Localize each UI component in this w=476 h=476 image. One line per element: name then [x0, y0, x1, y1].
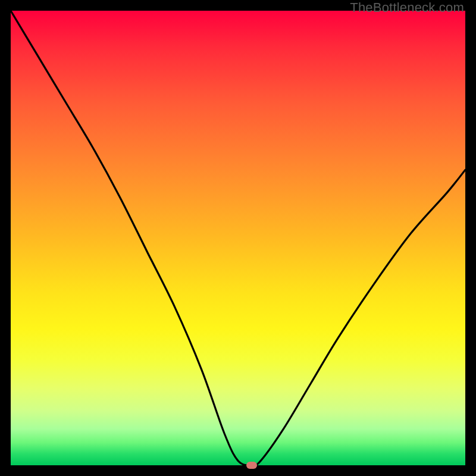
bottleneck-curve-svg — [11, 11, 465, 465]
minimum-marker — [246, 462, 257, 469]
bottleneck-curve-path — [11, 11, 465, 465]
watermark-text: TheBottleneck.com — [350, 0, 464, 15]
chart-frame: TheBottleneck.com — [0, 0, 476, 476]
